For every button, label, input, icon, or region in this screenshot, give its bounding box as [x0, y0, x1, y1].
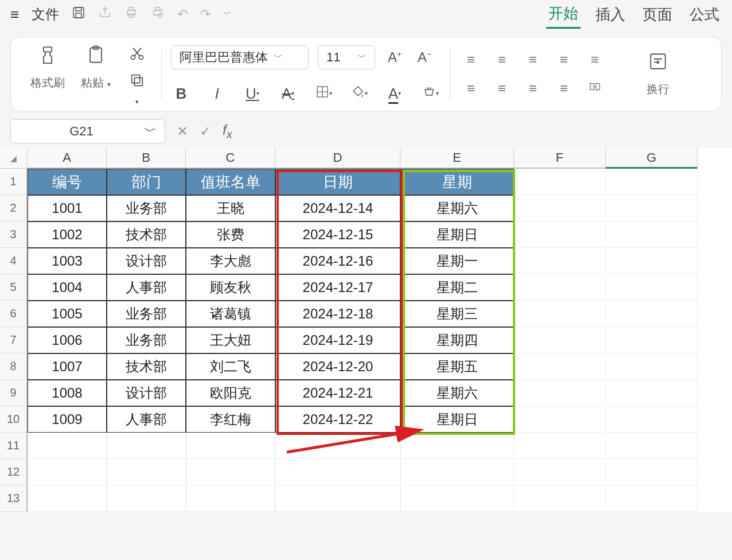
align-justify-icon[interactable]: ≡: [552, 80, 575, 96]
table-cell[interactable]: [606, 327, 698, 353]
font-size-select[interactable]: 11 ﹀: [318, 45, 375, 69]
col-header-D[interactable]: D: [275, 148, 400, 169]
table-header-cell[interactable]: 值班名单: [186, 169, 275, 195]
cut-icon[interactable]: [127, 45, 147, 65]
copy-icon[interactable]: ▾: [127, 72, 147, 110]
table-cell[interactable]: 1002: [28, 221, 107, 248]
table-cell[interactable]: 李红梅: [186, 406, 275, 433]
strikethrough-button[interactable]: A▾: [278, 85, 298, 103]
indent-increase-icon[interactable]: ≡: [583, 52, 606, 68]
tab-page[interactable]: 页面: [640, 1, 675, 28]
table-cell[interactable]: 1001: [28, 195, 107, 221]
table-cell[interactable]: [514, 353, 606, 380]
row-header[interactable]: 3: [0, 221, 28, 248]
paste-button[interactable]: 粘贴 ▾: [80, 45, 112, 91]
bold-button[interactable]: B: [171, 85, 192, 103]
table-cell[interactable]: [514, 327, 606, 353]
row-header[interactable]: 11: [0, 433, 28, 459]
increase-font-button[interactable]: A+: [384, 49, 405, 65]
formula-input[interactable]: [244, 119, 722, 143]
table-cell[interactable]: 王大妞: [186, 327, 275, 353]
table-cell[interactable]: [606, 221, 698, 248]
indent-decrease-icon[interactable]: ≡: [552, 52, 575, 68]
fx-icon[interactable]: fx: [223, 122, 232, 141]
fill-color-button[interactable]: ▾: [349, 85, 369, 103]
align-center-icon[interactable]: ≡: [490, 80, 513, 96]
table-cell[interactable]: [514, 433, 606, 459]
table-cell[interactable]: 刘二飞: [186, 353, 275, 380]
table-cell[interactable]: [107, 485, 186, 512]
col-header-C[interactable]: C: [186, 148, 275, 169]
table-cell[interactable]: 人事部: [107, 274, 186, 301]
row-header[interactable]: 4: [0, 248, 28, 274]
col-header-A[interactable]: A: [28, 148, 107, 169]
table-cell[interactable]: 1003: [28, 248, 107, 274]
table-cell[interactable]: [606, 380, 698, 406]
row-header[interactable]: 13: [0, 485, 28, 512]
table-cell[interactable]: [514, 459, 606, 485]
table-cell[interactable]: [514, 380, 606, 406]
table-cell[interactable]: [606, 169, 698, 195]
table-cell[interactable]: 业务部: [107, 327, 186, 353]
table-cell[interactable]: [514, 169, 606, 195]
italic-button[interactable]: I: [207, 85, 227, 103]
col-header-F[interactable]: F: [514, 148, 606, 169]
table-cell[interactable]: [186, 485, 275, 512]
select-all-corner[interactable]: ◢: [0, 148, 28, 169]
format-painter-button[interactable]: 格式刷: [30, 45, 65, 91]
table-cell[interactable]: [514, 274, 606, 301]
row-header[interactable]: 7: [0, 327, 28, 353]
table-cell[interactable]: 顾友秋: [186, 274, 275, 301]
print-preview-icon[interactable]: [151, 6, 165, 23]
table-cell[interactable]: [514, 195, 606, 221]
table-cell[interactable]: 设计部: [107, 380, 186, 406]
cancel-formula-icon[interactable]: ✕: [177, 123, 188, 139]
table-cell[interactable]: 技术部: [107, 353, 186, 380]
table-cell[interactable]: 设计部: [107, 248, 186, 274]
table-cell[interactable]: [606, 459, 698, 485]
row-header[interactable]: 10: [0, 406, 28, 433]
table-cell[interactable]: 人事部: [107, 406, 186, 433]
align-bottom-icon[interactable]: ≡: [521, 52, 544, 68]
clear-format-button[interactable]: ▾: [420, 85, 441, 103]
tab-insert[interactable]: 插入: [593, 1, 628, 28]
table-cell[interactable]: [514, 248, 606, 274]
col-header-G[interactable]: G: [606, 148, 698, 169]
table-header-cell[interactable]: 编号: [28, 169, 107, 195]
table-cell[interactable]: 诸葛镇: [186, 301, 275, 327]
table-cell[interactable]: [606, 301, 698, 327]
table-cell[interactable]: 欧阳克: [186, 380, 275, 406]
font-family-select[interactable]: 阿里巴巴普惠体 ﹀: [171, 45, 309, 69]
table-cell[interactable]: 技术部: [107, 221, 186, 248]
table-cell[interactable]: [514, 221, 606, 248]
align-middle-icon[interactable]: ≡: [490, 52, 513, 68]
table-cell[interactable]: [606, 274, 698, 301]
table-cell[interactable]: [606, 485, 698, 512]
table-cell[interactable]: [275, 485, 400, 512]
table-cell[interactable]: [606, 406, 698, 433]
table-cell[interactable]: 1007: [28, 353, 107, 380]
table-cell[interactable]: 李大彪: [186, 248, 275, 274]
align-left-icon[interactable]: ≡: [460, 80, 482, 96]
table-cell[interactable]: 张费: [186, 221, 275, 248]
table-cell[interactable]: 1006: [28, 327, 107, 353]
table-cell[interactable]: [28, 433, 107, 459]
table-cell[interactable]: 1008: [28, 380, 107, 406]
table-cell[interactable]: [606, 195, 698, 221]
table-cell[interactable]: [606, 353, 698, 380]
table-cell[interactable]: [107, 433, 186, 459]
table-cell[interactable]: [606, 433, 698, 459]
table-cell[interactable]: 业务部: [107, 301, 186, 327]
print-icon[interactable]: [124, 6, 138, 23]
table-cell[interactable]: [514, 406, 606, 433]
save-icon[interactable]: [72, 6, 85, 23]
table-cell[interactable]: 王晓: [186, 195, 275, 221]
table-cell[interactable]: [400, 485, 514, 512]
table-cell[interactable]: [275, 459, 400, 485]
tab-formula[interactable]: 公式: [687, 1, 722, 28]
table-cell[interactable]: [275, 433, 400, 459]
table-cell[interactable]: [28, 459, 107, 485]
cell-reference-input[interactable]: G21 ﹀: [10, 119, 165, 143]
decrease-font-button[interactable]: A−: [414, 49, 435, 65]
table-cell[interactable]: [186, 433, 275, 459]
